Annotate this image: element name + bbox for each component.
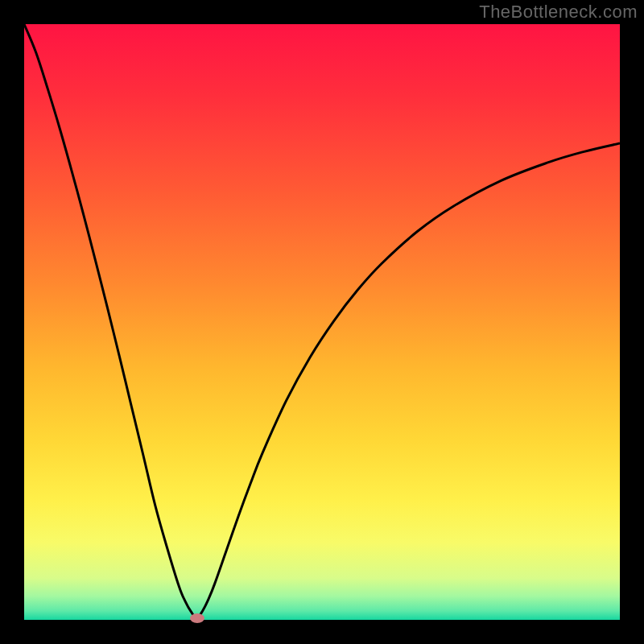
watermark-text: TheBottleneck.com	[479, 2, 638, 23]
dip-marker-icon	[188, 612, 206, 625]
svg-point-1	[190, 613, 204, 623]
chart-container: TheBottleneck.com	[0, 0, 644, 644]
chart-plot-area	[24, 24, 620, 620]
svg-rect-0	[24, 24, 620, 620]
